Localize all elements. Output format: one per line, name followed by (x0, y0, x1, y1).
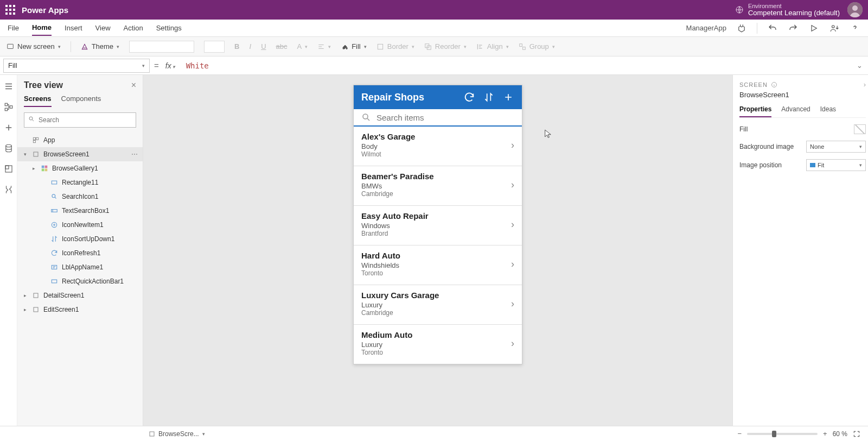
phone-search-input[interactable] (376, 113, 514, 122)
tree-node-browsescreen[interactable]: ▾ BrowseScreen1 ⋯ (17, 147, 143, 161)
chevron-right-icon[interactable]: › (511, 338, 514, 349)
hamburger-icon[interactable] (4, 81, 14, 91)
menu-insert[interactable]: Insert (65, 21, 82, 35)
menu-settings[interactable]: Settings (156, 21, 182, 35)
sort-icon[interactable] (483, 91, 495, 103)
close-icon[interactable]: × (131, 80, 136, 90)
canvas[interactable]: Repair Shops Alex's GarageBodyWilmot›Bea… (143, 75, 732, 426)
tab-components[interactable]: Components (61, 94, 101, 107)
undo-icon[interactable] (767, 23, 778, 34)
fontcolor-button[interactable]: A▾ (297, 42, 308, 51)
app-name-label[interactable]: ManagerApp (686, 24, 726, 32)
property-selector[interactable]: Fill ▾ (3, 59, 150, 73)
caret-right-icon[interactable]: ▸ (22, 293, 28, 298)
formula-input[interactable] (182, 59, 850, 73)
tree-search[interactable] (24, 112, 136, 128)
tools-icon[interactable] (4, 185, 14, 194)
share-icon[interactable] (829, 23, 840, 34)
border-button[interactable]: Border ▾ (376, 42, 414, 51)
tree-node-rectangle[interactable]: Rectangle11 (17, 175, 143, 190)
help-icon[interactable] (850, 23, 860, 34)
bold-button[interactable]: B (234, 42, 239, 51)
tab-ideas[interactable]: Ideas (820, 103, 836, 117)
tree-node-browsegallery[interactable]: ▸ BrowseGallery1 (17, 161, 143, 175)
strike-button[interactable]: abc (276, 42, 288, 51)
tree-node-editscreen[interactable]: ▸ EditScreen1 (17, 303, 143, 317)
more-icon[interactable]: ⋯ (131, 150, 138, 158)
chevron-right-icon[interactable]: › (511, 298, 514, 310)
tab-screens[interactable]: Screens (24, 94, 52, 107)
data-icon[interactable] (4, 143, 14, 153)
fontsize-select[interactable] (204, 41, 225, 53)
tab-advanced[interactable]: Advanced (781, 103, 810, 117)
textalign-button[interactable]: ▾ (317, 43, 331, 51)
play-icon[interactable] (808, 23, 819, 34)
imgpos-select[interactable]: Fit ▾ (806, 159, 866, 171)
align-button[interactable]: Align ▾ (476, 42, 509, 51)
phone-search[interactable] (354, 109, 522, 127)
app-launcher-icon[interactable] (5, 5, 15, 15)
caret-right-icon[interactable]: ▸ (22, 307, 28, 312)
menu-view[interactable]: View (95, 21, 111, 35)
chevron-right-icon[interactable]: › (864, 80, 866, 89)
fill-button[interactable]: Fill ▾ (341, 42, 367, 51)
app-checker-icon[interactable] (736, 23, 747, 34)
gallery-item[interactable]: Easy Auto RepairWindowsBrantford› (354, 205, 522, 245)
tree-node-iconnewitem[interactable]: IconNewItem1 (17, 218, 143, 232)
chevron-right-icon[interactable]: › (511, 140, 514, 151)
insert-icon[interactable] (4, 123, 14, 133)
underline-button[interactable]: U (261, 42, 266, 51)
caret-down-icon[interactable]: ▾ (22, 152, 28, 157)
tree-node-lblappname[interactable]: LblAppName1 (17, 260, 143, 274)
theme-button[interactable]: Theme ▾ (81, 42, 119, 51)
italic-button[interactable]: I (250, 42, 252, 51)
menu-action[interactable]: Action (124, 21, 143, 35)
refresh-icon[interactable] (463, 91, 475, 103)
bgimg-select[interactable]: None ▾ (806, 141, 866, 153)
tree-node-textsearchbox[interactable]: TextSearchBox1 (17, 204, 143, 218)
tree-node-detailscreen[interactable]: ▸ DetailScreen1 (17, 288, 143, 303)
zoom-slider[interactable] (747, 433, 818, 435)
new-screen-button[interactable]: New screen ▾ (7, 42, 61, 51)
add-icon[interactable] (502, 91, 514, 103)
media-icon[interactable] (4, 164, 14, 174)
formula-expand-icon[interactable]: ⌄ (854, 61, 865, 70)
gallery-item[interactable]: Luxury Cars GarageLuxuryCambridge› (354, 285, 522, 324)
group-button[interactable]: Group ▾ (519, 42, 555, 51)
fullscreen-icon[interactable] (853, 430, 860, 438)
zoom-out-button[interactable]: − (737, 430, 742, 438)
tree-node-iconrefresh[interactable]: IconRefresh1 (17, 246, 143, 260)
info-icon[interactable] (771, 81, 777, 88)
breadcrumb[interactable]: BrowseScre... (158, 430, 199, 438)
reorder-button[interactable]: Reorder ▾ (424, 42, 467, 51)
chevron-right-icon[interactable]: › (511, 179, 514, 191)
svg-rect-6 (5, 12, 8, 15)
tree-node-searchicon[interactable]: SearchIcon1 (17, 190, 143, 204)
tree-node-label: IconSortUpDown1 (62, 235, 114, 243)
tree-node-app[interactable]: App (17, 133, 143, 147)
phone-frame[interactable]: Repair Shops Alex's GarageBodyWilmot›Bea… (353, 85, 522, 364)
tab-properties[interactable]: Properties (739, 103, 771, 117)
gallery-item[interactable]: Alex's GarageBodyWilmot› (354, 127, 522, 166)
gallery-item[interactable]: Beamer's ParadiseBMWsCambridge› (354, 166, 522, 205)
menu-home[interactable]: Home (32, 20, 52, 36)
zoom-thumb[interactable] (772, 431, 776, 437)
fx-icon[interactable]: fx▾ (163, 61, 177, 70)
avatar[interactable] (847, 2, 863, 17)
gallery-item[interactable]: Hard AutoWindshieldsToronto› (354, 245, 522, 285)
chevron-down-icon[interactable]: ▾ (202, 431, 205, 437)
zoom-in-button[interactable]: + (823, 430, 827, 438)
menu-file[interactable]: File (8, 21, 19, 35)
tree-view-icon[interactable] (4, 102, 14, 112)
tree-node-iconsort[interactable]: IconSortUpDown1 (17, 232, 143, 246)
fill-swatch[interactable] (854, 124, 866, 134)
font-select[interactable] (129, 41, 194, 53)
tree-node-rectquickaction[interactable]: RectQuickActionBar1 (17, 274, 143, 288)
tree-search-input[interactable] (24, 112, 136, 128)
caret-right-icon[interactable]: ▸ (30, 166, 37, 171)
gallery-item[interactable]: Medium AutoLuxuryToronto› (354, 324, 522, 364)
environment-selector[interactable]: Environment Competent Learning (default) (735, 3, 840, 17)
chevron-right-icon[interactable]: › (511, 259, 514, 270)
chevron-right-icon[interactable]: › (511, 219, 514, 230)
redo-icon[interactable] (788, 23, 799, 34)
